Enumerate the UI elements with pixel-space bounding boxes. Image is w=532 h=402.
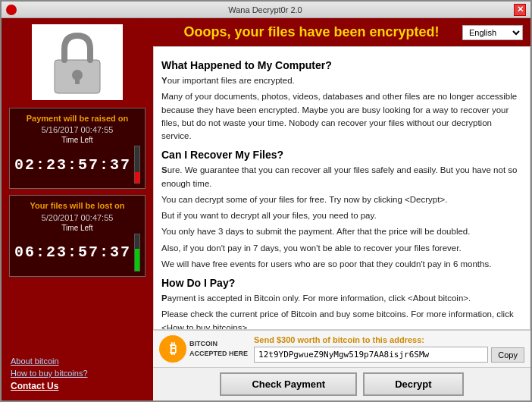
main-content: Payment will be raised on 5/16/2017 00:4… bbox=[2, 18, 530, 400]
window-icon bbox=[6, 5, 17, 15]
timer1-progress-fill bbox=[135, 172, 139, 183]
section3-para1-text: ayment is accepted in Bitcoin only. For … bbox=[167, 294, 471, 303]
padlock-icon bbox=[43, 28, 111, 96]
timer1-row: 02:23:57:37 bbox=[14, 146, 140, 184]
bitcoin-send-info: Send $300 worth of bitcoin to this addre… bbox=[254, 335, 524, 363]
section2-para4: You only have 3 days to submit the payme… bbox=[161, 225, 522, 238]
timer1-progress-bar bbox=[134, 146, 140, 184]
timer-box-1: Payment will be raised on 5/16/2017 00:4… bbox=[9, 108, 146, 189]
copy-button[interactable]: Copy bbox=[491, 347, 524, 363]
section1-para1-first: Y bbox=[161, 76, 167, 85]
bitcoin-address-row: Copy bbox=[254, 347, 524, 363]
section1-heading: What Happened to My Computer? bbox=[161, 59, 522, 71]
bitcoin-bar: ₿ BITCOINACCEPTED HERE Send $300 worth o… bbox=[153, 331, 530, 368]
language-select[interactable]: English Chinese Spanish French German Ru… bbox=[462, 25, 523, 40]
section2-heading: Can I Recover My Files? bbox=[161, 149, 522, 161]
section3-para1: Payment is accepted in Bitcoin only. For… bbox=[161, 292, 522, 305]
timer1-countdown: 02:23:57:37 bbox=[14, 156, 131, 174]
action-buttons: Check Payment Decrypt bbox=[153, 368, 530, 400]
timer1-date: 5/16/2017 00:47:55 bbox=[14, 125, 140, 134]
window-title: Wana Decrypt0r 2.0 bbox=[17, 5, 514, 14]
right-header: Ooops, your files have been encrypted! E… bbox=[153, 18, 530, 46]
title-bar: Wana Decrypt0r 2.0 ✕ bbox=[2, 2, 530, 18]
timer2-progress-fill bbox=[135, 249, 139, 271]
section1-para1-text: our important files are encrypted. bbox=[167, 76, 295, 85]
section2-para1: Sure. We guarantee that you can recover … bbox=[161, 164, 522, 190]
section1-para1: Your important files are encrypted. bbox=[161, 74, 522, 87]
header-title: Ooops, your files have been encrypted! bbox=[161, 24, 462, 40]
timer2-countdown: 06:23:57:37 bbox=[14, 243, 131, 261]
section2-para3: But if you want to decrypt all your file… bbox=[161, 209, 522, 222]
section3-para2: Please check the current price of Bitcoi… bbox=[161, 308, 522, 330]
main-window: Wana Decrypt0r 2.0 ✕ Payment will be rai bbox=[0, 0, 532, 402]
section2-para1-first: S bbox=[161, 165, 167, 174]
how-to-buy-link[interactable]: How to buy bitcoins? bbox=[11, 369, 144, 378]
bitcoin-symbol: ₿ bbox=[170, 341, 177, 357]
timer1-label: Payment will be raised on bbox=[14, 113, 140, 124]
section1-para2: Many of your documents, photos, videos, … bbox=[161, 90, 522, 143]
section3-para1-first: P bbox=[161, 294, 167, 303]
section3-heading: How Do I Pay? bbox=[161, 277, 522, 289]
section2-para1-text: ure. We guarantee that you can recover a… bbox=[161, 165, 517, 187]
content-area[interactable]: What Happened to My Computer? Your impor… bbox=[153, 46, 530, 330]
bottom-area: ₿ BITCOINACCEPTED HERE Send $300 worth o… bbox=[153, 330, 530, 400]
bitcoin-logo: ₿ bbox=[159, 335, 186, 363]
padlock-area bbox=[32, 24, 123, 100]
links-area: About bitcoin How to buy bitcoins? Conta… bbox=[8, 353, 147, 394]
contact-us-link[interactable]: Contact Us bbox=[11, 381, 58, 391]
close-button[interactable]: ✕ bbox=[514, 4, 526, 16]
decrypt-button[interactable]: Decrypt bbox=[363, 372, 463, 396]
timer2-progress-bar bbox=[134, 234, 140, 272]
section2-para5: Also, if you don't pay in 7 days, you wo… bbox=[161, 242, 522, 255]
bitcoin-send-label: Send $300 worth of bitcoin to this addre… bbox=[254, 335, 524, 344]
right-panel: Ooops, your files have been encrypted! E… bbox=[153, 18, 530, 400]
section2-para2: You can decrypt some of your files for f… bbox=[161, 193, 522, 206]
timer2-label: Your files will be lost on bbox=[14, 200, 140, 211]
svg-rect-2 bbox=[75, 75, 80, 84]
timer2-date: 5/20/2017 00:47:55 bbox=[14, 213, 140, 222]
bitcoin-logo-group: ₿ BITCOINACCEPTED HERE bbox=[159, 335, 248, 363]
timer-box-2: Your files will be lost on 5/20/2017 00:… bbox=[9, 195, 146, 276]
left-panel: Payment will be raised on 5/16/2017 00:4… bbox=[2, 18, 153, 400]
about-bitcoin-link[interactable]: About bitcoin bbox=[11, 356, 144, 366]
timer1-time-left-label: Time Left bbox=[14, 136, 140, 144]
bitcoin-accepted-text: BITCOINACCEPTED HERE bbox=[189, 339, 248, 358]
section2-para6: We will have free events for users who a… bbox=[161, 258, 522, 271]
check-payment-button[interactable]: Check Payment bbox=[220, 372, 357, 396]
timer2-row: 06:23:57:37 bbox=[14, 234, 140, 272]
bitcoin-address-input[interactable] bbox=[254, 347, 488, 363]
timer2-time-left-label: Time Left bbox=[14, 224, 140, 232]
